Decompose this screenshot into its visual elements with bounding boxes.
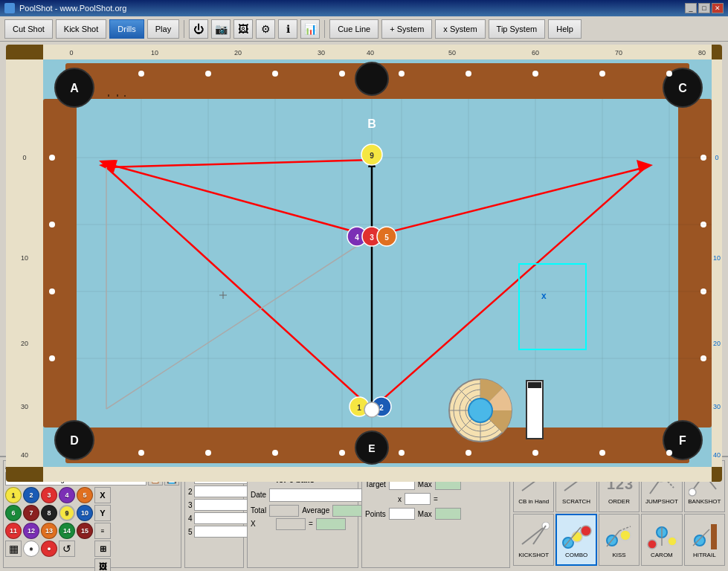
drills-button[interactable]: Drills — [109, 19, 144, 39]
cue-ball[interactable]: ● — [23, 541, 39, 557]
help-button[interactable]: Help — [548, 19, 582, 39]
grid-icon-btn[interactable]: ⊞ — [94, 541, 111, 557]
combo-btn[interactable]: COMBO — [555, 514, 596, 566]
svg-point-61 — [49, 355, 55, 361]
red-ball[interactable]: ● — [41, 541, 57, 557]
ball-12[interactable]: 12 — [23, 523, 39, 539]
score-num-3: 3 — [188, 501, 193, 509]
score-num-4: 4 — [188, 514, 193, 523]
ball-6[interactable]: 6 — [5, 505, 22, 521]
cue-line-button[interactable]: Cue Line — [329, 19, 379, 39]
ball-13[interactable]: 13 — [41, 523, 57, 539]
toolbar: Cut Shot Kick Shot Drills Play ⏻ 📷 🖼 ⚙ ℹ… — [0, 16, 728, 42]
score-num-2: 2 — [188, 488, 193, 496]
close-button[interactable]: ✕ — [712, 3, 724, 13]
x2-field[interactable] — [405, 493, 431, 505]
svg-point-48 — [666, 71, 672, 77]
ball-4[interactable]: 4 — [59, 487, 75, 503]
svg-point-54 — [466, 450, 471, 456]
svg-text:0: 0 — [22, 154, 26, 161]
svg-point-51 — [272, 450, 278, 456]
svg-text:40: 40 — [713, 451, 721, 459]
x-system-button[interactable]: x System — [435, 19, 485, 39]
ball-15[interactable]: 15 — [77, 523, 93, 539]
hitrail-btn[interactable]: HITRAIL — [684, 514, 725, 566]
svg-point-52 — [339, 450, 345, 456]
kickshot-btn[interactable]: KICKSHOT — [513, 514, 554, 566]
max2-label: Max — [418, 510, 432, 518]
list-icon-btn[interactable]: ≡ — [94, 523, 111, 539]
carom-btn[interactable]: CAROM — [641, 514, 682, 566]
minimize-button[interactable]: _ — [685, 3, 697, 13]
cb-in-hand-label: CB in Hand — [518, 498, 549, 505]
svg-point-59 — [49, 222, 55, 228]
separator-2 — [324, 20, 325, 38]
svg-rect-122 — [526, 381, 543, 439]
tip-system-button[interactable]: Tip System — [489, 19, 546, 39]
max2-field[interactable] — [435, 508, 461, 520]
ball-3[interactable]: 3 — [41, 487, 57, 503]
x-btn[interactable]: X — [94, 487, 111, 503]
svg-text:9: 9 — [370, 152, 374, 160]
svg-text:E: E — [368, 442, 375, 454]
ball-7[interactable]: 7 — [23, 505, 39, 521]
carom-label: CAROM — [651, 552, 673, 558]
svg-line-138 — [522, 526, 546, 544]
ball-2[interactable]: 2 — [23, 487, 39, 503]
svg-point-43 — [339, 71, 345, 77]
rotate-btn[interactable]: ↺ — [59, 541, 75, 557]
ball-14[interactable]: 14 — [59, 523, 75, 539]
photo-icon-button[interactable]: 🖼 — [233, 19, 253, 39]
x2-sym: x — [398, 495, 402, 503]
svg-point-143 — [581, 526, 591, 536]
svg-text:10: 10 — [713, 254, 721, 262]
svg-text:0: 0 — [69, 49, 73, 57]
plus-system-button[interactable]: + System — [381, 19, 432, 39]
chart-icon-button[interactable]: 📊 — [300, 19, 320, 39]
svg-point-31 — [355, 62, 388, 95]
ball-8[interactable]: 8 — [41, 505, 57, 521]
svg-text:40: 40 — [367, 49, 374, 57]
cut-shot-button[interactable]: Cut Shot — [4, 19, 53, 39]
total-field[interactable] — [269, 505, 299, 517]
average-field[interactable] — [332, 505, 362, 517]
points-field[interactable] — [389, 508, 415, 520]
kick-shot-button[interactable]: Kick Shot — [56, 19, 106, 39]
svg-text:C: C — [678, 82, 687, 94]
ball-10[interactable]: 10 — [77, 505, 93, 521]
info-icon-button[interactable]: ℹ — [278, 19, 297, 39]
svg-text:1: 1 — [357, 404, 361, 412]
y-btn[interactable]: Y — [94, 505, 111, 521]
camera-icon-button[interactable]: 📷 — [211, 19, 231, 39]
power-icon-button[interactable]: ⏻ — [189, 19, 208, 39]
date-input[interactable] — [269, 488, 368, 502]
svg-point-137 — [689, 488, 696, 496]
x-field[interactable] — [276, 518, 306, 530]
svg-text:F: F — [679, 434, 686, 447]
hitrail-label: HITRAIL — [693, 552, 716, 558]
svg-rect-27 — [43, 99, 77, 428]
svg-text:50: 50 — [448, 49, 456, 57]
image-icon-btn[interactable]: 🖼 — [94, 558, 111, 571]
svg-text:20: 20 — [234, 49, 242, 57]
svg-point-154 — [695, 535, 705, 546]
x-row: X = — [251, 518, 355, 530]
ball-9[interactable]: 9 — [59, 505, 75, 521]
settings-icon-button[interactable]: ⚙ — [256, 19, 275, 39]
svg-text:20: 20 — [21, 340, 28, 347]
score-num-5: 5 — [188, 528, 193, 536]
pool-table-svg: 0 10 20 30 40 50 60 70 80 0 10 20 30 40 … — [6, 45, 722, 482]
svg-text:5: 5 — [384, 233, 389, 242]
rack-btn[interactable]: ▦ — [5, 541, 22, 557]
play-button[interactable]: Play — [147, 19, 179, 39]
total-label: Total — [251, 506, 266, 514]
svg-rect-2 — [43, 467, 712, 482]
ball-5[interactable]: 5 — [77, 487, 93, 503]
maximize-button[interactable]: □ — [698, 3, 710, 13]
result-field[interactable] — [316, 518, 346, 530]
ball-11[interactable]: 11 — [5, 523, 22, 539]
svg-text:20: 20 — [713, 340, 721, 347]
ball-1[interactable]: 1 — [5, 487, 22, 503]
kiss-btn[interactable]: KISS — [599, 514, 640, 566]
separator-1 — [184, 20, 184, 38]
